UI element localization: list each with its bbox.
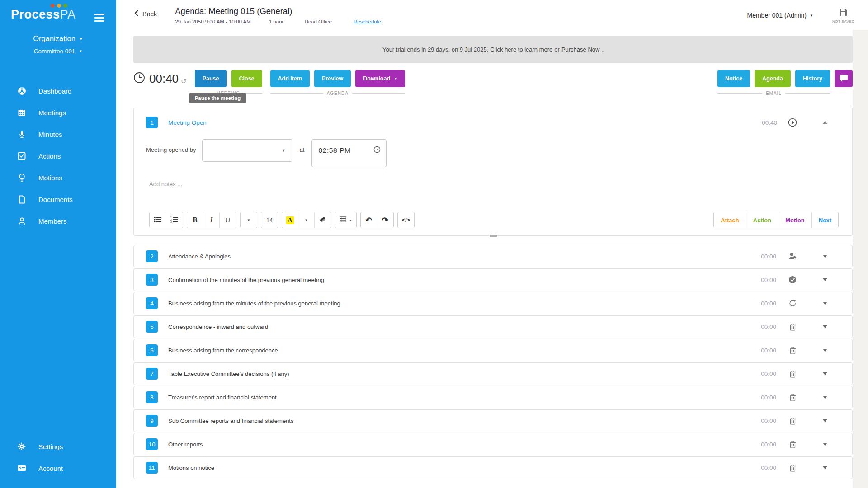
agenda-item-row[interactable]: 8 Treasurer's report and financial state… bbox=[133, 386, 853, 408]
download-button[interactable]: Download▼ bbox=[355, 70, 405, 87]
sidebar-item-minutes[interactable]: Minutes bbox=[0, 123, 116, 145]
attach-button-group: AttachActionMotionNext bbox=[713, 212, 839, 228]
gear-icon bbox=[16, 442, 27, 450]
text-color-caret-button[interactable]: ▼ bbox=[298, 212, 315, 228]
agenda-item-row[interactable]: 10 Other reports 00:00 bbox=[133, 433, 853, 455]
ordered-list-button[interactable]: 123 bbox=[166, 212, 183, 228]
chevron-down-icon[interactable] bbox=[822, 301, 828, 305]
agenda-item-row[interactable]: 4 Business arising from the minutes of t… bbox=[133, 292, 853, 314]
agenda-item-row[interactable]: 3 Confirmation of the minutes of the pre… bbox=[133, 268, 853, 291]
opened-at-time-input[interactable]: 02:58 PM bbox=[311, 139, 387, 167]
back-button[interactable]: Back bbox=[134, 10, 157, 18]
sidebar-item-meetings[interactable]: Meetings bbox=[0, 102, 116, 123]
purchase-now-link[interactable]: Purchase Now bbox=[561, 46, 600, 53]
learn-more-link[interactable]: Click here to learn more bbox=[490, 46, 552, 53]
editor-toolbar-groups: 123BIU▼14A▼▼↶↷</> bbox=[149, 212, 418, 228]
committee-selector[interactable]: Committee 001▼ bbox=[0, 48, 116, 55]
resize-drag-handle[interactable] bbox=[490, 235, 497, 237]
chevron-down-icon: ▼ bbox=[79, 37, 83, 41]
svg-text:$: $ bbox=[19, 466, 21, 470]
attendees-icon[interactable] bbox=[788, 253, 797, 260]
toolbar-group: ▼ bbox=[240, 212, 257, 228]
italic-button[interactable]: I bbox=[203, 212, 220, 228]
organization-selector[interactable]: Organization▼ bbox=[0, 34, 116, 43]
code-view-button[interactable]: </> bbox=[398, 212, 414, 228]
notice-button[interactable]: Notice bbox=[717, 70, 750, 87]
chevron-down-icon[interactable] bbox=[822, 395, 828, 399]
chevron-down-icon[interactable] bbox=[822, 348, 828, 352]
trash-icon[interactable] bbox=[788, 417, 797, 425]
agenda-item-row[interactable]: 11 Motions on notice 00:00 bbox=[133, 456, 853, 479]
play-circle-icon[interactable] bbox=[788, 118, 797, 127]
hamburger-menu-icon[interactable] bbox=[94, 12, 104, 23]
sidebar-item-actions[interactable]: Actions bbox=[0, 145, 116, 167]
bold-button[interactable]: B bbox=[187, 212, 203, 228]
chevron-down-icon[interactable] bbox=[822, 466, 828, 469]
clock-small-icon[interactable] bbox=[373, 146, 381, 155]
bullet-list-button[interactable] bbox=[150, 212, 166, 228]
motion-button[interactable]: Motion bbox=[778, 212, 812, 228]
chat-button[interactable] bbox=[835, 70, 853, 87]
notes-editor[interactable]: Add notes ... bbox=[134, 181, 852, 188]
next-button[interactable]: Next bbox=[812, 212, 838, 228]
trash-icon[interactable] bbox=[788, 323, 797, 331]
sidebar-item-label: Documents bbox=[38, 196, 73, 203]
chevron-down-icon[interactable] bbox=[822, 442, 828, 446]
chevron-down-icon[interactable] bbox=[822, 254, 828, 258]
preview-button[interactable]: Preview bbox=[314, 70, 351, 87]
close-button[interactable]: Close bbox=[231, 70, 262, 87]
agenda-item-row[interactable]: 5 Correspondence - inward and outward 00… bbox=[133, 315, 853, 338]
chevron-down-icon[interactable] bbox=[822, 419, 828, 422]
app-root: ProcessPA Organization▼ Committee 001▼ D… bbox=[0, 0, 868, 488]
time-value: 02:58 PM bbox=[318, 146, 350, 155]
paragraph-format-button[interactable]: ▼ bbox=[241, 212, 257, 228]
chevron-up-icon[interactable] bbox=[822, 121, 828, 124]
agenda-item-row[interactable]: 2 Attendance & Apologies 00:00 bbox=[133, 245, 853, 267]
sidebar-item-documents[interactable]: Documents bbox=[0, 188, 116, 210]
agenda-item-row[interactable]: 6 Business arising from the corresponden… bbox=[133, 339, 853, 361]
chevron-down-icon[interactable] bbox=[822, 325, 828, 328]
history-button[interactable]: History bbox=[795, 70, 830, 87]
toolbar-group: </> bbox=[397, 212, 415, 228]
sidebar-item-settings[interactable]: Settings bbox=[0, 436, 116, 457]
refresh-icon[interactable] bbox=[788, 300, 797, 307]
sidebar-item-label: Meetings bbox=[38, 109, 66, 117]
text-color-button[interactable]: A bbox=[282, 212, 298, 228]
chevron-down-icon: ▼ bbox=[394, 77, 397, 80]
opened-by-label: Meeting opened by bbox=[146, 146, 196, 153]
pause-button[interactable]: Pause bbox=[195, 70, 227, 87]
trash-icon[interactable] bbox=[788, 464, 797, 472]
chevron-down-icon[interactable] bbox=[822, 372, 828, 375]
trash-icon[interactable] bbox=[788, 441, 797, 448]
check-circle-icon[interactable] bbox=[788, 276, 797, 284]
attach-button[interactable]: Attach bbox=[714, 212, 746, 228]
agenda-item-row[interactable]: 7 Table Executive Committee's decisions … bbox=[133, 362, 853, 385]
timer-reset-icon[interactable]: ↺ bbox=[181, 77, 187, 85]
brand-logo[interactable]: ProcessPA bbox=[11, 8, 76, 22]
font-size-button[interactable]: 14 bbox=[261, 212, 278, 228]
insert-table-button[interactable]: ▼ bbox=[335, 212, 356, 228]
agenda-item-row[interactable]: 9 Sub Committee reports and financial st… bbox=[133, 409, 853, 432]
agenda-email-button[interactable]: Agenda bbox=[755, 70, 791, 87]
add-item-button[interactable]: Add Item bbox=[270, 70, 310, 87]
action-button[interactable]: Action bbox=[746, 212, 778, 228]
sidebar-item-account[interactable]: $ Account bbox=[0, 457, 116, 479]
undo-button[interactable]: ↶ bbox=[361, 212, 377, 228]
sidebar-item-members[interactable]: Members bbox=[0, 210, 116, 232]
open-item-header[interactable]: 1 Meeting Open 00:40 bbox=[134, 108, 852, 128]
chevron-down-icon[interactable] bbox=[822, 278, 828, 282]
agenda-item-title: Correspondence - inward and outward bbox=[168, 324, 268, 330]
clear-formatting-button[interactable] bbox=[315, 212, 331, 228]
chevron-down-icon: ▼ bbox=[349, 219, 352, 222]
trash-icon[interactable] bbox=[788, 370, 797, 378]
sidebar-item-motions[interactable]: Motions bbox=[0, 167, 116, 188]
redo-button[interactable]: ↷ bbox=[377, 212, 393, 228]
user-menu[interactable]: Member 001 (Admin)▼ bbox=[747, 12, 813, 19]
sidebar-item-dashboard[interactable]: Dashboard bbox=[0, 80, 116, 102]
underline-button[interactable]: U bbox=[220, 212, 236, 228]
trash-icon[interactable] bbox=[788, 347, 797, 354]
checkbox-icon bbox=[16, 152, 27, 160]
reschedule-link[interactable]: Reschedule bbox=[354, 19, 381, 24]
opened-by-select[interactable]: ▼ bbox=[202, 139, 292, 162]
trash-icon[interactable] bbox=[788, 394, 797, 401]
